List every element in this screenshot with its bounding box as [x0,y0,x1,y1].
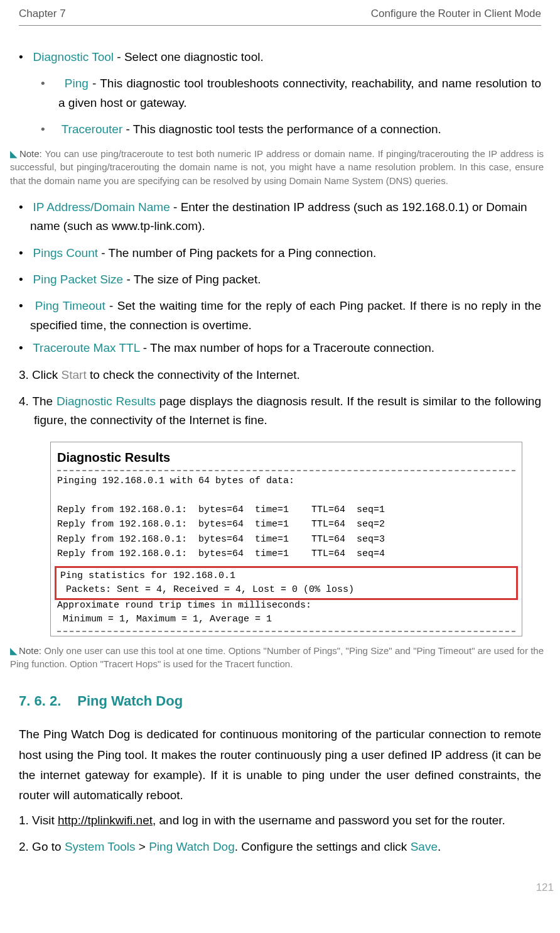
diag-title: Diagnostic Results [51,442,522,470]
term-ip-address: IP Address/Domain Name [33,200,170,214]
text-traceroute-ttl: - The max number of hops for a Tracerout… [140,341,435,354]
step3-start: Start [62,368,87,381]
diag-approx: Approximate round trip times in millisec… [57,600,311,611]
diag-body: Pinging 192.168.0.1 with 64 bytes of dat… [51,471,522,565]
pwd-paragraph: The Ping Watch Dog is dedicated for cont… [19,724,541,805]
section-number: 7. 6. 2. [19,693,61,709]
step-3: 3. Click Start to check the connectivity… [19,366,541,385]
text-ping-timeout: - Set the waiting time for the reply of … [30,299,541,331]
pwd2-mid: . Configure the settings and click [235,840,411,853]
pwd1-suffix: , and log in with the username and passw… [153,814,505,827]
diag-reply2: Reply from 192.168.0.1: bytes=64 time=1 … [57,519,385,530]
note-2: ◣Note: Only one user can use this tool a… [10,644,544,672]
note-1: ◣Note: You can use ping/traceroute to te… [10,147,544,188]
bullet-ping-packet-size: Ping Packet Size - The size of Ping pack… [19,270,541,289]
bullet-ping: Ping - This diagnostic tool troubleshoot… [41,74,541,112]
term-ping: Ping [65,77,89,90]
bullet-ping-timeout: Ping Timeout - Set the waiting time for … [19,297,541,335]
note-text-1: You can use ping/traceroute to test both… [10,148,544,187]
pwd2-end: . [438,840,441,853]
header-title: Configure the Router in Client Mode [371,8,541,20]
term-pings-count: Pings Count [33,246,99,259]
text-tracerouter: - This diagnostic tool tests the perform… [122,123,441,136]
term-ping-packet-size: Ping Packet Size [33,273,124,286]
pwd2-pwd: Ping Watch Dog [149,840,235,853]
step4-diag-results: Diagnostic Results [57,395,156,408]
diag-divider-bottom [57,631,515,632]
step3-prefix: 3. Click [19,368,62,381]
section-heading: 7. 6. 2.Ping Watch Dog [19,690,541,712]
diag-reply1: Reply from 192.168.0.1: bytes=64 time=1 … [57,505,385,515]
note-label-1: Note: [19,148,42,159]
term-ping-timeout: Ping Timeout [35,299,105,312]
chapter-label: Chapter 7 [19,8,66,20]
diag-minmax: Minimum = 1, Maximum = 1, Average = 1 [57,614,272,625]
bullet-tracerouter: Tracerouter - This diagnostic tool tests… [41,120,541,139]
text-diagnostic-tool: - Select one diagnostic tool. [114,50,264,63]
bookmark-icon-2: ◣ [10,645,18,656]
pwd2-prefix: 2. Go to [19,840,65,853]
bullet-ip-address: IP Address/Domain Name - Enter the desti… [19,198,541,236]
pwd2-save: Save [411,840,438,853]
diag-reply3: Reply from 192.168.0.1: bytes=64 time=1 … [57,534,385,545]
bullet-pings-count: Pings Count - The number of Ping packets… [19,244,541,263]
diag-stats2: Packets: Sent = 4, Received = 4, Lost = … [60,584,354,595]
bookmark-icon: ◣ [10,148,18,159]
diag-line1: Pinging 192.168.0.1 with 64 bytes of dat… [57,476,294,486]
diag-after: Approximate round trip times in millisec… [51,599,522,631]
pwd1-prefix: 1. Visit [19,814,58,827]
step3-suffix: to check the connectivity of the Interne… [87,368,300,381]
page-number: 121 [19,881,554,894]
text-ping: - This diagnostic tool troubleshoots con… [58,77,541,109]
term-traceroute-ttl: Traceroute Max TTL [33,341,139,354]
step-4: 4. The Diagnostic Results page displays … [19,392,541,430]
bullet-traceroute-ttl: Traceroute Max TTL - The max number of h… [19,339,541,357]
text-ping-packet-size: - The size of Ping packet. [123,273,261,286]
pwd2-gt: > [136,840,149,853]
diag-highlight: Ping statistics for 192.168.0.1 Packets:… [55,566,518,600]
term-tracerouter: Tracerouter [62,123,123,136]
note-text-2: Only one user can use this tool at one t… [10,645,544,670]
pwd-step-2: 2. Go to System Tools > Ping Watch Dog. … [19,838,541,856]
diagnostic-results-box: Diagnostic Results Pinging 192.168.0.1 w… [50,442,522,636]
text-pings-count: - The number of Ping packets for a Ping … [98,246,376,259]
diag-reply4: Reply from 192.168.0.1: bytes=64 time=1 … [57,548,385,559]
bullet-diagnostic-tool: Diagnostic Tool - Select one diagnostic … [19,48,541,67]
step4-prefix: 4. The [19,395,57,408]
diag-stats1: Ping statistics for 192.168.0.1 [60,570,235,581]
pwd-step-1: 1. Visit http://tplinkwifi.net, and log … [19,811,541,830]
note-label-2: Note: [19,645,41,656]
section-title: Ping Watch Dog [77,693,183,709]
term-diagnostic-tool: Diagnostic Tool [33,50,114,63]
pwd1-url[interactable]: http://tplinkwifi.net [58,814,153,827]
pwd2-systools: System Tools [65,840,136,853]
